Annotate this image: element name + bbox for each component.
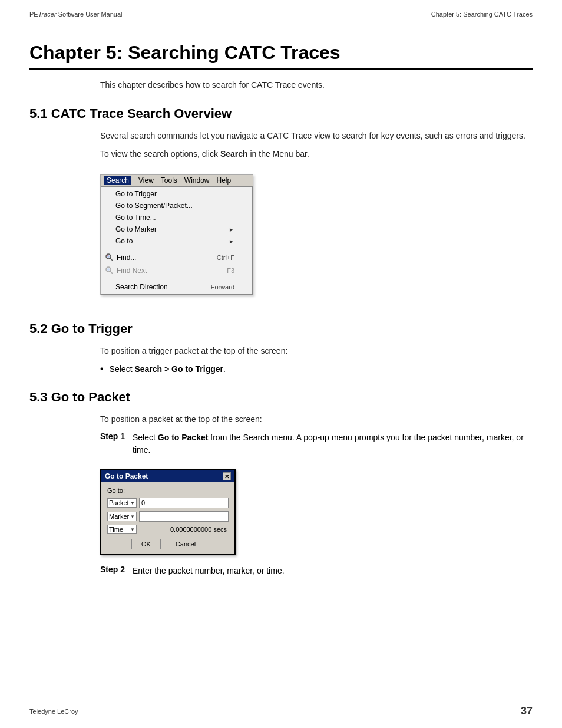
footer-page-number: 37 [521, 705, 533, 717]
dialog-buttons: OK Cancel [107, 539, 229, 549]
dialog-packet-select[interactable]: Packet ▼ [107, 498, 137, 508]
step-1-label: Step 1 [100, 431, 133, 441]
step-1-row: Step 1 Select Go to Packet from the Sear… [100, 431, 533, 456]
dialog-time-select-label: Time [109, 526, 123, 533]
menu-item-goto-marker: Go to Marker ► [101, 223, 252, 235]
menu-item-goto-segment: Go to Segment/Packet... [101, 200, 252, 212]
menu-bar-window: Window [184, 176, 210, 185]
chapter-title: Chapter 5: Searching CATC Traces [29, 42, 533, 70]
section-51: 5.1 CATC Trace Search Overview Several s… [29, 106, 533, 307]
section-51-para1: Several search commands let you navigate… [100, 130, 533, 142]
svg-line-6 [110, 271, 113, 274]
menu-item-goto-marker-label: Go to Marker [115, 225, 157, 233]
menu-item-goto-marker-arrow: ► [229, 226, 234, 233]
dialog-ok-button[interactable]: OK [131, 539, 161, 549]
menu-item-goto-time: Go to Time... [101, 212, 252, 223]
dialog-marker-select[interactable]: Marker ▼ [107, 512, 137, 521]
menu-item-goto-trigger-label: Go to Trigger [115, 190, 157, 198]
section-52-content: To position a trigger packet at the top … [29, 345, 533, 375]
dialog-packet-select-label: Packet [109, 499, 129, 506]
dialog-titlebar: Go to Packet ✕ [101, 470, 234, 482]
dialog-row-packet: Packet ▼ 0 [107, 498, 229, 508]
section-52: 5.2 Go to Trigger To position a trigger … [29, 321, 533, 375]
header-italic: Tracer [38, 11, 57, 18]
dialog-time-drop-arrow: ▼ [130, 527, 135, 532]
menu-item-goto-label: Go to [115, 237, 133, 245]
dialog-marker-input[interactable] [139, 511, 229, 522]
menu-item-search-direction-value: Forward [211, 284, 234, 291]
dialog-time-value: 0.0000000000 secs [139, 525, 229, 533]
menu-item-goto-time-label: Go to Time... [115, 213, 156, 222]
dialog-cancel-button[interactable]: Cancel [167, 539, 204, 549]
section-53-heading: 5.3 Go to Packet [29, 390, 533, 405]
para2-bold: Search [220, 149, 248, 159]
menu-bar-help: Help [217, 176, 232, 185]
bullet-bold: Search > Go to Trigger [134, 364, 223, 374]
section-52-para1: To position a trigger packet at the top … [100, 345, 533, 357]
section-52-bullet-text: Select Search > Go to Trigger. [110, 363, 226, 375]
dialog-screenshot: Go to Packet ✕ Go to: Packet ▼ 0 [100, 469, 236, 555]
section-53-para1: To position a packet at the top of the s… [100, 413, 533, 426]
dialog-packet-drop-arrow: ▼ [130, 500, 135, 506]
dialog-goto-label: Go to: [107, 487, 229, 494]
menu-screenshot: Search View Tools Window Help Go to Trig… [100, 174, 253, 295]
find-icon [105, 253, 114, 262]
footer-left: Teledyne LeCroy [29, 708, 78, 715]
dialog-packet-input[interactable]: 0 [139, 498, 229, 508]
dialog-packet-input-value: 0 [141, 499, 145, 506]
menu-item-goto-trigger: Go to Trigger [101, 188, 252, 200]
menu-bar-search: Search [104, 176, 131, 185]
menu-bar: Search View Tools Window Help [101, 175, 253, 186]
section-52-bullets: • Select Search > Go to Trigger. [100, 363, 533, 375]
section-52-bullet-1: • Select Search > Go to Trigger. [100, 363, 533, 375]
menu-separator-1 [104, 249, 250, 249]
menu-separator-2 [104, 279, 250, 279]
dialog-row-marker: Marker ▼ [107, 511, 229, 522]
menu-item-find-next: Find Next F3 [101, 264, 252, 277]
dialog-close-button[interactable]: ✕ [223, 472, 231, 480]
menu-item-goto-arrow: ► [229, 238, 234, 245]
section-53: 5.3 Go to Packet To position a packet at… [29, 390, 533, 577]
menu-bar-tools: Tools [161, 176, 177, 185]
dialog-row-time: Time ▼ 0.0000000000 secs [107, 525, 229, 534]
section-53-content: To position a packet at the top of the s… [29, 413, 533, 577]
menu-item-find-label: Find... [117, 253, 197, 262]
dialog-marker-drop-arrow: ▼ [130, 514, 135, 519]
step-1-text: Select Go to Packet from the Search menu… [133, 431, 533, 456]
page-footer: Teledyne LeCroy 37 [29, 701, 533, 717]
find-next-icon [105, 266, 114, 275]
page-header: PETracer Software User Manual Chapter 5:… [0, 0, 562, 24]
svg-line-2 [110, 258, 113, 261]
menu-item-goto-segment-label: Go to Segment/Packet... [115, 202, 193, 210]
menu-item-goto: Go to ► [101, 235, 252, 247]
menu-item-find-next-shortcut: F3 [227, 267, 234, 274]
para2-prefix: To view the search options, click [100, 149, 220, 159]
chapter-intro-text: This chapter describes how to search for… [100, 80, 533, 90]
main-content: Chapter 5: Searching CATC Traces This ch… [0, 24, 562, 621]
dialog-time-select[interactable]: Time ▼ [107, 525, 137, 534]
step-2-label: Step 2 [100, 565, 133, 574]
svg-point-5 [107, 268, 110, 271]
menu-bar-view: View [138, 176, 154, 185]
menu-item-find: Find... Ctrl+F [101, 251, 252, 264]
dialog-title: Go to Packet [105, 472, 148, 480]
menu-item-search-direction-label: Search Direction [115, 283, 168, 291]
menu-dropdown: Go to Trigger Go to Segment/Packet... Go… [101, 186, 253, 295]
menu-item-find-shortcut: Ctrl+F [217, 254, 234, 261]
svg-point-3 [107, 255, 108, 256]
page-container: PETracer Software User Manual Chapter 5:… [0, 0, 562, 728]
section-52-heading: 5.2 Go to Trigger [29, 321, 533, 337]
dialog-marker-select-label: Marker [109, 513, 129, 520]
step-2-row: Step 2 Enter the packet number, marker, … [100, 565, 533, 577]
section-51-content: Several search commands let you navigate… [29, 130, 533, 307]
dialog-body: Go to: Packet ▼ 0 [101, 482, 234, 554]
para2-suffix: in the Menu bar. [248, 149, 309, 159]
menu-item-find-next-label: Find Next [117, 266, 207, 275]
bullet-dot: • [100, 364, 104, 374]
step-2-text: Enter the packet number, marker, or time… [133, 565, 533, 577]
header-left: PETracer Software User Manual [29, 11, 123, 18]
header-right: Chapter 5: Searching CATC Traces [431, 11, 533, 18]
chapter-intro: This chapter describes how to search for… [29, 80, 533, 90]
step1-bold: Go to Packet [158, 433, 209, 442]
section-51-heading: 5.1 CATC Trace Search Overview [29, 106, 533, 121]
